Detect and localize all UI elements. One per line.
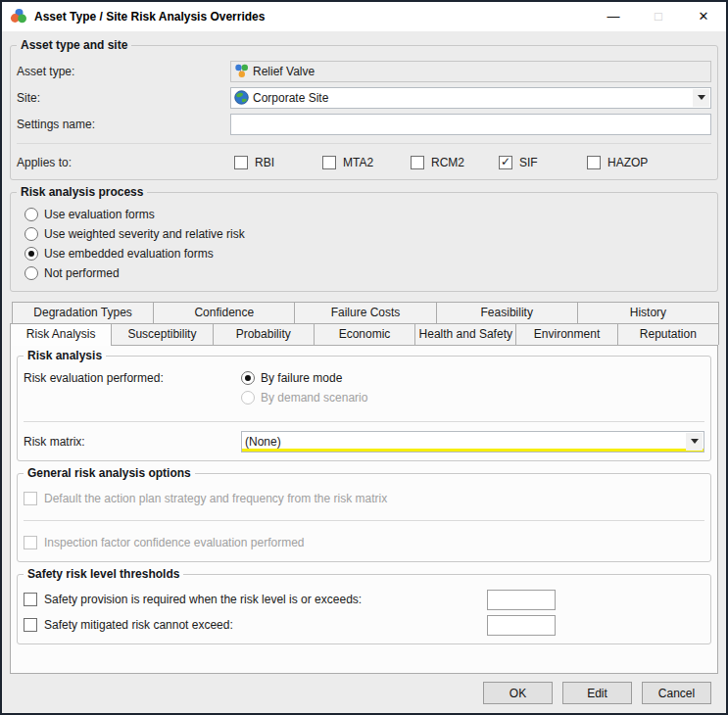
site-row: Site: Corporate Site <box>17 84 711 111</box>
rcm2-label: RCM2 <box>431 156 464 169</box>
group-title: Risk analysis <box>24 349 106 362</box>
default-action-plan-option: ✓ Default the action plan strategy and f… <box>24 486 704 511</box>
hazop-checkbox-item[interactable]: ✓ HAZOP <box>587 156 675 169</box>
asset-type-row: Asset type: Relief Valve <box>17 58 711 84</box>
site-dropdown[interactable]: Corporate Site <box>230 87 711 109</box>
tab-reputation[interactable]: Reputation <box>617 323 719 345</box>
settings-name-label: Settings name: <box>17 118 230 131</box>
inspection-factor-option: ✓ Inspection factor confidence evaluatio… <box>24 530 704 555</box>
risk-matrix-label: Risk matrix: <box>24 435 241 449</box>
asset-type-label: Asset type: <box>17 65 230 78</box>
by-failure-mode-radio[interactable] <box>241 371 255 385</box>
close-button[interactable]: ✕ <box>681 2 726 30</box>
checkbox-label: Inspection factor confidence evaluation … <box>44 536 704 549</box>
by-demand-scenario-radio <box>241 391 255 405</box>
radio-label: Use weighted severity and relative risk <box>44 227 245 241</box>
not-performed-radio[interactable] <box>24 266 38 280</box>
tab-environment[interactable]: Environment <box>515 323 617 345</box>
checkbox-label: Default the action plan strategy and fre… <box>44 492 704 505</box>
molecule-icon <box>234 64 249 78</box>
radio-option[interactable]: Use embedded evaluation forms <box>24 244 711 263</box>
risk-evaluation-performed-label: Risk evaluation performed: <box>24 368 241 407</box>
asset-type-value: Relief Valve <box>253 65 315 78</box>
group-title: General risk analysis options <box>24 466 195 480</box>
mta2-checkbox-item[interactable]: ✓ MTA2 <box>322 156 411 169</box>
sif-label: SIF <box>519 156 538 169</box>
settings-name-input[interactable] <box>230 114 711 135</box>
tab-feasibility[interactable]: Feasibility <box>436 302 578 323</box>
ok-button[interactable]: OK <box>483 682 553 704</box>
settings-name-row: Settings name: <box>17 111 711 137</box>
safety-mitigated-row: ✓ Safety mitigated risk cannot exceed: <box>24 612 704 638</box>
divider <box>24 421 704 422</box>
hazop-checkbox[interactable]: ✓ <box>587 156 601 169</box>
use-weighted-severity-radio[interactable] <box>24 227 38 241</box>
applies-to-row: Applies to: ✓ RBI ✓ MTA2 ✓ RCM2 ✓ SIF <box>17 150 711 175</box>
use-embedded-evaluation-forms-radio[interactable] <box>24 247 38 261</box>
globe-icon <box>234 90 249 105</box>
rbi-label: RBI <box>255 156 274 169</box>
checkbox-label: Safety provision is required when the ri… <box>44 593 487 606</box>
rcm2-checkbox-item[interactable]: ✓ RCM2 <box>411 156 499 169</box>
group-title: Risk analysis process <box>17 185 147 199</box>
mta2-checkbox[interactable]: ✓ <box>322 156 336 169</box>
maximize-button[interactable]: □ <box>636 2 681 30</box>
footer-button-bar: OK Edit Cancel <box>10 682 718 704</box>
radio-label: By demand scenario <box>261 391 367 405</box>
mta2-label: MTA2 <box>343 156 373 169</box>
tab-confidence[interactable]: Confidence <box>153 302 295 323</box>
radio-label: Not performed <box>44 266 120 280</box>
tab-susceptibility[interactable]: Susceptibility <box>111 323 213 345</box>
molecule-icon <box>10 8 27 25</box>
site-value: Corporate Site <box>253 91 328 105</box>
asset-type-field: Relief Valve <box>230 61 711 82</box>
risk-matrix-value: (None) <box>245 435 281 449</box>
divider <box>17 143 711 144</box>
radio-option[interactable]: Use evaluation forms <box>24 205 711 224</box>
safety-provision-threshold-input[interactable] <box>487 590 556 610</box>
default-action-plan-checkbox: ✓ <box>24 492 37 505</box>
tab-failure-costs[interactable]: Failure Costs <box>294 302 436 323</box>
radio-option[interactable]: By failure mode <box>241 368 367 388</box>
applies-to-label: Applies to: <box>17 156 234 169</box>
group-title: Safety risk level thresholds <box>24 567 183 581</box>
rbi-checkbox-item[interactable]: ✓ RBI <box>234 156 322 169</box>
safety-provision-row: ✓ Safety provision is required when the … <box>24 587 704 612</box>
tab-economic[interactable]: Economic <box>314 323 415 345</box>
safety-mitigated-threshold-input[interactable] <box>487 615 556 636</box>
tab-degradation-types[interactable]: Degradation Types <box>12 302 154 323</box>
risk-matrix-row: Risk matrix: (None) <box>24 428 704 454</box>
rcm2-checkbox[interactable]: ✓ <box>411 156 424 169</box>
safety-mitigated-checkbox[interactable]: ✓ <box>24 618 37 632</box>
tab-probability[interactable]: Probability <box>213 323 315 345</box>
group-title: Asset type and site <box>17 38 131 52</box>
chevron-down-icon[interactable] <box>686 433 703 451</box>
radio-option[interactable]: Not performed <box>24 263 711 283</box>
radio-label: By failure mode <box>261 371 342 385</box>
tab-risk-analysis[interactable]: Risk Analysis <box>10 323 112 346</box>
chevron-down-icon[interactable] <box>693 89 709 107</box>
asset-type-and-site-group: Asset type and site Asset type: Relief V… <box>10 45 718 180</box>
sif-checkbox-item[interactable]: ✓ SIF <box>499 156 587 169</box>
radio-label: Use evaluation forms <box>44 208 155 221</box>
checkbox-label: Safety mitigated risk cannot exceed: <box>44 618 487 632</box>
risk-analysis-group: Risk analysis Risk evaluation performed:… <box>17 356 711 461</box>
minimize-button[interactable]: — <box>591 2 636 30</box>
risk-analysis-process-group: Risk analysis process Use evaluation for… <box>10 192 718 292</box>
sif-checkbox[interactable]: ✓ <box>499 156 512 169</box>
cancel-button[interactable]: Cancel <box>642 682 711 704</box>
dialog-window: Asset Type / Site Risk Analysis Override… <box>0 0 728 715</box>
radio-option[interactable]: Use weighted severity and relative risk <box>24 224 711 244</box>
use-evaluation-forms-radio[interactable] <box>24 208 38 221</box>
risk-analysis-tab-panel: Risk analysis Risk evaluation performed:… <box>10 345 718 674</box>
risk-matrix-dropdown[interactable]: (None) <box>241 431 704 453</box>
tab-health-and-safety[interactable]: Health and Safety <box>414 323 516 345</box>
safety-provision-checkbox[interactable]: ✓ <box>24 593 37 606</box>
tab-history[interactable]: History <box>577 302 719 323</box>
hazop-label: HAZOP <box>607 156 648 169</box>
site-label: Site: <box>17 91 230 105</box>
rbi-checkbox[interactable]: ✓ <box>234 156 248 169</box>
safety-risk-level-thresholds-group: Safety risk level thresholds ✓ Safety pr… <box>17 574 711 644</box>
title-bar: Asset Type / Site Risk Analysis Override… <box>2 2 726 31</box>
edit-button[interactable]: Edit <box>562 682 632 704</box>
